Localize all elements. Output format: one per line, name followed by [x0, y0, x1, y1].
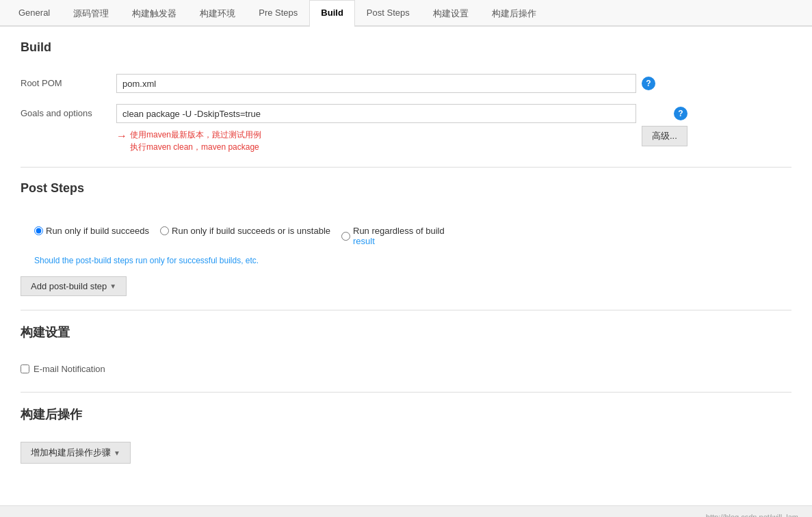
goals-label: Goals and options [21, 104, 116, 118]
footer-url: http://blog.csdn.net/will_lam [706, 513, 798, 517]
red-arrow-icon: → [116, 130, 127, 142]
tab-source[interactable]: 源码管理 [62, 0, 120, 27]
email-notification-checkbox[interactable] [21, 364, 29, 373]
tab-general[interactable]: General [7, 0, 62, 27]
root-pom-wrap: ? [116, 74, 791, 93]
goals-help-icon[interactable]: ? [674, 107, 687, 120]
tab-postbuild[interactable]: 构建后操作 [480, 0, 548, 27]
radio-label-1: Run only if build succeeds [46, 226, 149, 236]
divider-2 [21, 310, 791, 310]
radio-option-2[interactable]: Run only if build succeeds or is unstabl… [160, 226, 330, 236]
root-pom-help-icon[interactable]: ? [642, 77, 655, 90]
goals-input[interactable] [116, 104, 636, 123]
build-settings-title: 构建设置 [21, 324, 791, 346]
tab-settings[interactable]: 构建设置 [421, 0, 480, 27]
tab-trigger[interactable]: 构建触发器 [120, 0, 188, 27]
radio-label-3: Run regardless of build result [353, 226, 445, 246]
radio-group: Run only if build succeeds Run only if b… [34, 226, 791, 246]
tab-env[interactable]: 构建环境 [188, 0, 247, 27]
radio-input-1[interactable] [34, 226, 43, 235]
radio-label-2: Run only if build succeeds or is unstabl… [172, 226, 330, 236]
post-steps-radios: Run only if build succeeds Run only if b… [21, 215, 791, 252]
annotation-wrap: → 使用maven最新版本，跳过测试用例 执行maven clean，maven… [116, 129, 636, 153]
divider-1 [21, 167, 791, 168]
post-steps-section-title: Post Steps [21, 181, 791, 201]
post-build-title: 构建后操作 [21, 406, 791, 428]
radio-label-3-part1: Run regardless of build [353, 226, 445, 236]
tab-presteps[interactable]: Pre Steps [247, 0, 309, 27]
tab-build[interactable]: Build [309, 0, 355, 27]
radio-option-1[interactable]: Run only if build succeeds [34, 226, 149, 236]
radio-input-2[interactable] [160, 226, 169, 235]
annotation-line2: 执行maven clean，maven package [130, 142, 259, 152]
add-post-build-label: 增加构建后操作步骤 [31, 447, 111, 459]
email-notification-text: E-mail Notification [34, 364, 105, 374]
goals-row: Goals and options → 使用maven最新版本，跳过测试用例 执… [21, 104, 791, 153]
divider-3 [21, 392, 791, 393]
post-steps-hint: Should the post-build steps run only for… [21, 256, 791, 265]
tab-bar: General 源码管理 构建触发器 构建环境 Pre Steps Build … [0, 0, 812, 27]
goals-wrap: → 使用maven最新版本，跳过测试用例 执行maven clean，maven… [116, 104, 791, 153]
email-notification-label[interactable]: E-mail Notification [21, 364, 105, 374]
radio-option-3[interactable]: Run regardless of build result [341, 226, 445, 246]
goals-input-row [116, 104, 636, 123]
annotation-text: 使用maven最新版本，跳过测试用例 执行maven clean，maven p… [130, 129, 261, 153]
post-build-dropdown-arrow-icon: ▼ [114, 449, 120, 457]
root-pom-row: Root POM ? [21, 74, 791, 93]
add-step-label: Add post-build step [31, 281, 107, 291]
tab-poststeps[interactable]: Post Steps [355, 0, 421, 27]
radio-label-3-part2: result [353, 236, 375, 246]
dropdown-arrow-icon: ▼ [109, 282, 116, 290]
main-content: Build Root POM ? Goals and options → 使用m… [0, 27, 812, 505]
radio-input-3[interactable] [341, 232, 350, 241]
add-post-build-action-button[interactable]: 增加构建后操作步骤 ▼ [21, 442, 131, 464]
root-pom-input[interactable] [116, 74, 636, 93]
root-pom-label: Root POM [21, 74, 116, 88]
footer: http://blog.csdn.net/will_lam [0, 505, 812, 517]
email-notification-row: E-mail Notification [21, 360, 791, 378]
build-section-title: Build [21, 40, 791, 60]
advanced-button[interactable]: 高级... [642, 126, 687, 146]
add-post-build-step-button[interactable]: Add post-build step ▼ [21, 276, 127, 296]
annotation-line1: 使用maven最新版本，跳过测试用例 [130, 130, 261, 140]
